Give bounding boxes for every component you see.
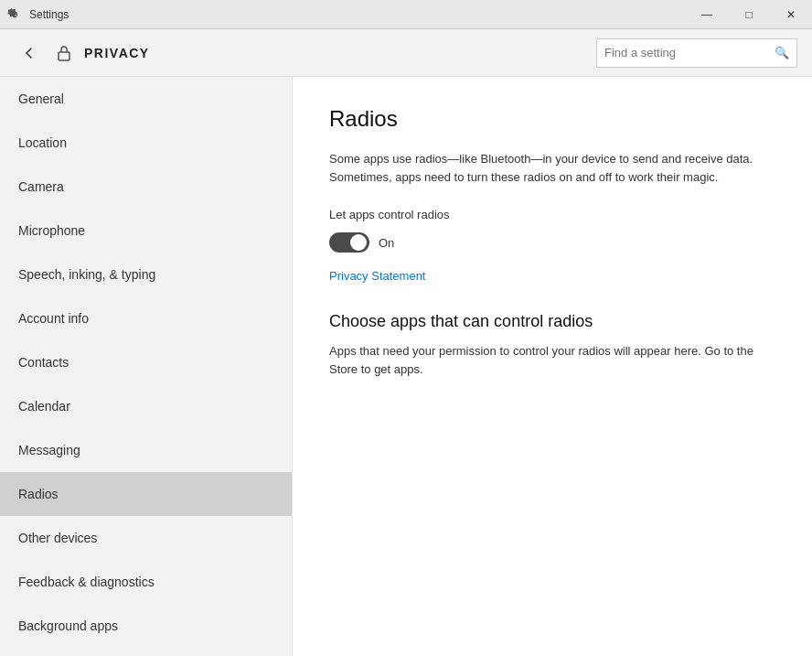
app-header: PRIVACY 🔍 bbox=[0, 29, 812, 77]
toggle-state: On bbox=[379, 236, 394, 250]
search-input[interactable] bbox=[604, 46, 775, 59]
sidebar-item-camera[interactable]: Camera bbox=[0, 165, 292, 209]
sidebar-item-contacts[interactable]: Contacts bbox=[0, 340, 292, 384]
title-bar-left: Settings bbox=[7, 7, 69, 22]
sidebar-item-radios[interactable]: Radios bbox=[0, 472, 292, 516]
toggle-row: On bbox=[329, 232, 775, 253]
sidebar-item-location[interactable]: Location bbox=[0, 121, 292, 165]
search-icon: 🔍 bbox=[775, 46, 789, 59]
privacy-statement-link[interactable]: Privacy Statement bbox=[329, 269, 426, 283]
sidebar: GeneralLocationCameraMicrophoneSpeech, i… bbox=[0, 77, 293, 656]
content-description: Some apps use radios—like Bluetooth—in y… bbox=[329, 150, 768, 186]
sidebar-item-other-devices[interactable]: Other devices bbox=[0, 516, 292, 560]
sidebar-item-feedback---diagnostics[interactable]: Feedback & diagnostics bbox=[0, 560, 292, 604]
section-title: Choose apps that can control radios bbox=[329, 312, 775, 331]
sidebar-item-calendar[interactable]: Calendar bbox=[0, 384, 292, 428]
toggle-label: Let apps control radios bbox=[329, 208, 775, 221]
back-button[interactable] bbox=[15, 38, 44, 68]
title-bar: Settings — □ ✕ bbox=[0, 0, 812, 29]
sidebar-item-messaging[interactable]: Messaging bbox=[0, 428, 292, 472]
sidebar-item-account-info[interactable]: Account info bbox=[0, 296, 292, 340]
radios-toggle[interactable] bbox=[329, 232, 369, 253]
sidebar-item-microphone[interactable]: Microphone bbox=[0, 209, 292, 253]
main-content: GeneralLocationCameraMicrophoneSpeech, i… bbox=[0, 77, 812, 656]
maximize-button[interactable]: □ bbox=[728, 0, 770, 29]
sidebar-item-general[interactable]: General bbox=[0, 77, 292, 121]
title-bar-title: Settings bbox=[29, 8, 69, 21]
minimize-button[interactable]: — bbox=[686, 0, 728, 29]
privacy-header-icon bbox=[55, 44, 73, 62]
svg-rect-0 bbox=[59, 52, 69, 60]
content-area: Radios Some apps use radios—like Bluetoo… bbox=[293, 77, 812, 656]
search-box[interactable]: 🔍 bbox=[596, 38, 797, 68]
back-icon bbox=[24, 48, 35, 59]
settings-icon bbox=[7, 7, 22, 22]
section-description: Apps that need your permission to contro… bbox=[329, 342, 768, 378]
sidebar-item-speech--inking----typing[interactable]: Speech, inking, & typing bbox=[0, 253, 292, 296]
header-title: PRIVACY bbox=[84, 46, 585, 60]
title-bar-controls: — □ ✕ bbox=[686, 0, 812, 29]
toggle-knob bbox=[350, 234, 367, 251]
close-button[interactable]: ✕ bbox=[770, 0, 812, 29]
page-title: Radios bbox=[329, 106, 775, 132]
sidebar-item-background-apps[interactable]: Background apps bbox=[0, 604, 292, 648]
